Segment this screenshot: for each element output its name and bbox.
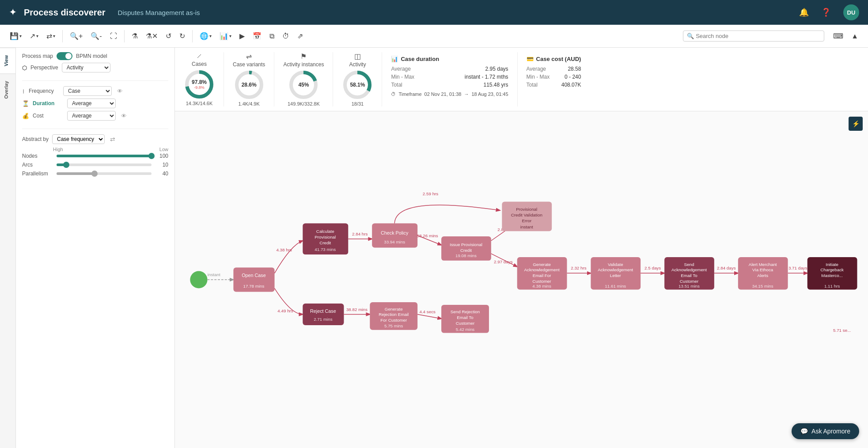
node-check-policy-sub: 33.94 mins [384, 239, 405, 244]
cases-stat: ⟋ Cases 97.8% -9.8% 14.3K/14.6K [175, 52, 224, 106]
node-val-ack-l1: Validate [608, 262, 623, 267]
logo-icon: ✦ [9, 7, 17, 18]
node-reject-case-label: Reject Case [310, 308, 336, 314]
cost-eye-icon[interactable]: 👁 [121, 113, 127, 119]
arcs-track[interactable] [57, 163, 152, 166]
play-button[interactable]: ▶ [237, 30, 247, 42]
node-alert-l2: Via Ethoca [752, 267, 773, 272]
node-initiate-l3: Masterco... [821, 273, 842, 278]
undo-button[interactable]: ↺ [163, 30, 174, 42]
cost-select[interactable]: Average Total [67, 111, 116, 121]
edge-label-2-59: 2.59 hrs [423, 191, 439, 196]
view-process-map-label: Process map [22, 53, 53, 59]
start-node[interactable] [190, 271, 207, 288]
toolbar-sep-3 [192, 30, 193, 42]
frequency-select[interactable]: Case Absolute [63, 86, 112, 96]
cases-percent: 97.8% [192, 79, 207, 85]
cc-minmax-label: Min - Max [527, 74, 550, 80]
edge-label-2-84-days: 2.84 days [717, 266, 736, 270]
filter-button[interactable]: ⚗ [129, 30, 140, 42]
slider-low: Low [159, 147, 168, 152]
help-icon[interactable]: ❓ [821, 8, 831, 17]
export-button[interactable]: ↗ ▾ [27, 30, 41, 42]
canvas-area[interactable]: ⚡ instant Open Case [175, 111, 868, 448]
nodes-track[interactable] [57, 155, 152, 157]
redo-button[interactable]: ↻ [177, 30, 188, 42]
chat-icon: 💬 [800, 428, 808, 435]
perspective-select[interactable]: Activity Resource [62, 63, 110, 72]
overlay-tab[interactable]: Overlay [0, 73, 15, 106]
edge-label-4-38: 4.38 hrs [276, 247, 292, 252]
toolbar: 💾 ▾ ↗ ▾ ⇄ ▾ 🔍+ 🔍- ⛶ ⚗ ⚗✕ ↺ ↻ 🌐 ▾ 📊 ▾ ▶ 📅… [0, 25, 868, 48]
node-check-policy-l1: Check Policy [381, 230, 409, 235]
fit-button[interactable]: ⛶ [107, 30, 120, 42]
node-send-rej-l3: Customer [456, 321, 475, 326]
cases-bottom: 14.3K/14.6K [186, 101, 213, 106]
filter-reset-button[interactable]: ⚗✕ [143, 30, 160, 42]
node-initiate-l2: Chargeback [820, 267, 844, 272]
case-variants-bottom: 1.4K/4.9K [239, 101, 260, 106]
user-avatar[interactable]: DU [843, 4, 859, 20]
case-duration-title: Case duration [401, 56, 439, 62]
layers-button[interactable]: ⧉ [267, 30, 277, 42]
cases-icon: ⟋ [196, 52, 203, 60]
activity-icon: ◫ [354, 52, 361, 61]
cost-icon: 💰 [22, 113, 29, 119]
save-button[interactable]: 💾 ▾ [7, 30, 24, 42]
duration-select[interactable]: Average Total [67, 99, 116, 108]
ask-apromore-button[interactable]: 💬 Ask Apromore [792, 423, 859, 439]
toolbar-sep-1 [62, 30, 63, 42]
node-gen-rejection-l3: For Customer [380, 318, 407, 323]
node-gen-ack-l2: Acknowledgement [524, 267, 560, 272]
node-send-rej-sub: 5.42 mins [456, 327, 475, 332]
ask-apromore-label: Ask Apromore [811, 428, 850, 435]
node-reject-case[interactable] [303, 304, 344, 325]
process-map-toggle[interactable] [57, 52, 72, 60]
timer-button[interactable]: ⏱ [280, 30, 292, 42]
parallelism-track[interactable] [57, 172, 152, 175]
edge-label-2-97: 2.97 days [494, 259, 513, 264]
layout-button[interactable]: ⇄ ▾ [44, 30, 58, 42]
process-map-svg: instant Open Case 17.78 mins 4.38 hrs 4.… [175, 111, 868, 448]
notification-icon[interactable]: 🔔 [799, 8, 809, 17]
arcs-slider-row: Arcs 10 [22, 162, 168, 168]
abstract-select[interactable]: Case frequency [52, 134, 105, 144]
canvas-filter-button[interactable]: ⚡ [849, 117, 863, 131]
edge-label-4-4: 4.4 secs [419, 309, 436, 314]
share-button[interactable]: ⇗ [295, 30, 306, 42]
search-input[interactable] [696, 33, 820, 39]
activity-instances-percent: 45% [298, 82, 309, 88]
toolbar-sep-2 [124, 30, 125, 42]
abstract-row: Abstract by Case frequency ⇄ [22, 134, 168, 144]
node-issue-prov-l2: Credit [460, 248, 472, 253]
cost-label: Cost [33, 113, 64, 119]
zoom-out-button[interactable]: 🔍- [88, 30, 104, 42]
slider-arrows[interactable]: ⇄ [110, 136, 115, 143]
nodes-value: 100 [155, 153, 168, 159]
node-alert-l1: Alert Merchant [749, 262, 777, 267]
collapse-button[interactable]: ▲ [849, 30, 861, 42]
node-val-ack-l3: Letter [610, 273, 622, 278]
frequency-eye-icon[interactable]: 👁 [117, 88, 123, 95]
edge-label-2-5: 2.5 days [644, 266, 661, 270]
keyboard-button[interactable]: ⌨ [830, 30, 846, 42]
view-tab[interactable]: View [0, 48, 15, 73]
node-initiate-sub: 1.11 hrs [824, 284, 840, 289]
right-area: ⟋ Cases 97.8% -9.8% 14.3K/14.6K ⇌ [175, 48, 868, 448]
abstract-label: Abstract by [22, 136, 49, 142]
cc-total-value: 408.07K [561, 82, 581, 88]
activity-percent: 58.1% [350, 82, 365, 88]
search-box[interactable]: 🔍 [683, 30, 824, 42]
edge-label-3-71: 3.71 days [788, 266, 807, 270]
timeframe-icon: ⏱ [391, 91, 396, 97]
cd-avg-value: 2.95 days [485, 66, 508, 72]
zoom-in-button[interactable]: 🔍+ [67, 30, 85, 42]
globe-button[interactable]: 🌐 ▾ [197, 30, 214, 42]
activity-instances-bottom: 149.9K/332.8K [288, 101, 320, 106]
node-issue-prov-sub: 19.08 mins [455, 253, 477, 258]
node-calc-prov-l3: Credit [319, 240, 331, 245]
activity-instances-title: Activity instances [283, 61, 324, 68]
calendar-button[interactable]: 📅 [250, 30, 264, 42]
chart-button[interactable]: 📊 ▾ [217, 30, 234, 42]
node-send-rej-l1: Send Rejection [451, 309, 480, 314]
